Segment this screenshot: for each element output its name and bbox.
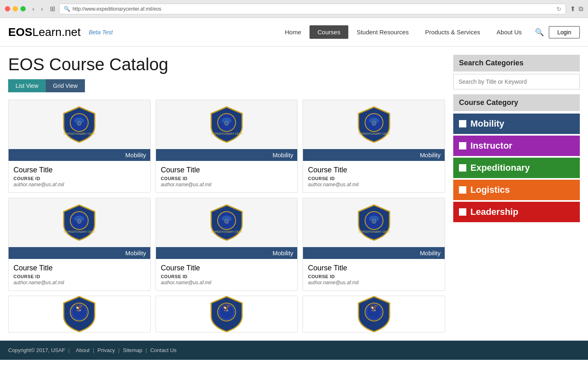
url-text: http://www.expeditionarycenter.af.mil/eo…	[73, 6, 161, 12]
list-view-button[interactable]: List View	[8, 79, 46, 92]
minimize-dot[interactable]	[13, 6, 18, 11]
card-id: COURSE ID	[161, 274, 293, 279]
new-tab-button[interactable]: ⧉	[579, 5, 583, 13]
course-card-partial[interactable]: 🦅	[156, 296, 298, 332]
course-card-partial[interactable]: 🦅	[8, 296, 151, 332]
course-card[interactable]: AF EXPEDITIONARY CENTER Mobility Course …	[8, 198, 151, 291]
site-nav: EOSLearn.net Beta Test Home Courses Stud…	[0, 18, 588, 47]
login-button[interactable]: Login	[549, 26, 580, 38]
card-author: author.name@us.af.mil	[13, 280, 145, 285]
card-image: AF EXPEDITIONARY CENTER	[9, 198, 150, 247]
svg-text:AF EXPEDITIONARY CENTER: AF EXPEDITIONARY CENTER	[63, 230, 96, 233]
category-mobility[interactable]: Mobility	[453, 114, 580, 134]
browser-dots	[5, 6, 26, 11]
card-image: AF EXPEDITIONARY CENTER	[156, 198, 298, 247]
forward-button[interactable]: ›	[38, 4, 45, 13]
expeditionary-label: Expeditionary	[470, 163, 530, 173]
browser-nav: ‹ ›	[30, 4, 46, 13]
sidebar-toggle-icon[interactable]: ⊞	[50, 5, 55, 13]
card-category: Mobility	[303, 149, 445, 161]
card-image: AF EXPEDITIONARY CENTER	[303, 100, 445, 149]
back-button[interactable]: ‹	[30, 4, 37, 13]
svg-point-18	[225, 219, 229, 223]
course-card[interactable]: AF EXPEDITIONARY CENTER Mobility Course …	[156, 100, 298, 193]
svg-point-6	[225, 121, 229, 125]
card-info: Course Title COURSE ID author.name@us.af…	[156, 161, 298, 192]
reload-icon[interactable]: ↻	[557, 6, 561, 12]
card-info: Course Title COURSE ID author.name@us.af…	[303, 161, 445, 192]
card-title: Course Title	[161, 264, 293, 272]
card-info: Course Title COURSE ID author.name@us.af…	[9, 161, 150, 192]
course-grid: AF EXPEDITIONARY CENTER Mobility Course …	[8, 100, 445, 291]
search-input[interactable]	[453, 74, 580, 89]
category-leadership[interactable]: Leadership	[453, 202, 580, 222]
instructor-checkbox[interactable]	[459, 142, 466, 149]
card-category: Mobility	[9, 149, 150, 161]
card-title: Course Title	[13, 264, 145, 272]
grid-view-button[interactable]: Grid View	[46, 79, 85, 92]
course-card[interactable]: AF EXPEDITIONARY CENTER Mobility Course …	[156, 198, 298, 291]
logo-bold: EOS	[8, 26, 32, 38]
course-card[interactable]: AF EXPEDITIONARY CENTER Mobility Course …	[303, 100, 445, 193]
logo-normal: Learn.net	[32, 26, 80, 38]
browser-chrome: ‹ › ⊞ 🔍 http://www.expeditionarycenter.a…	[0, 0, 588, 18]
footer-sitemap-link[interactable]: Sitemap	[123, 347, 143, 353]
card-author: author.name@us.af.mil	[161, 182, 293, 187]
logistics-checkbox[interactable]	[459, 186, 466, 194]
logistics-label: Logistics	[470, 185, 510, 195]
maximize-dot[interactable]	[20, 6, 26, 11]
search-categories-header: Search Categories	[453, 55, 580, 71]
card-author: author.name@us.af.mil	[308, 182, 440, 187]
card-author: author.name@us.af.mil	[308, 280, 440, 285]
card-author: author.name@us.af.mil	[161, 280, 293, 285]
card-id: COURSE ID	[13, 274, 145, 279]
footer-about-link[interactable]: About	[76, 347, 89, 353]
card-author: author.name@us.af.mil	[13, 182, 145, 187]
page-title: EOS Course Catalog	[8, 55, 445, 74]
card-title: Course Title	[13, 166, 145, 174]
browser-actions: ⬆ ⧉	[570, 5, 583, 13]
svg-text:AF EXPEDITIONARY CENTER: AF EXPEDITIONARY CENTER	[63, 132, 96, 135]
card-image: AF EXPEDITIONARY CENTER	[303, 198, 445, 247]
mobility-label: Mobility	[470, 118, 504, 129]
footer-contact-link[interactable]: Contact Us	[150, 347, 176, 353]
svg-point-22	[372, 219, 376, 223]
leadership-checkbox[interactable]	[459, 208, 466, 216]
svg-point-2	[77, 121, 81, 125]
category-expeditionary[interactable]: Expeditionary	[453, 158, 580, 178]
leadership-label: Leadership	[470, 207, 518, 217]
nav-home[interactable]: Home	[277, 25, 310, 39]
expeditionary-checkbox[interactable]	[459, 164, 466, 172]
main-content: EOS Course Catalog List View Grid View A…	[0, 47, 588, 332]
card-title: Course Title	[161, 166, 293, 174]
card-title: Course Title	[308, 264, 440, 272]
card-id: COURSE ID	[161, 176, 293, 181]
nav-student-resources[interactable]: Student Resources	[348, 25, 417, 39]
site-logo: EOSLearn.net	[8, 26, 80, 39]
category-instructor[interactable]: Instructor	[453, 136, 580, 156]
address-bar[interactable]: 🔍 http://www.expeditionarycenter.af.mil/…	[59, 4, 566, 14]
card-category: Mobility	[156, 149, 298, 161]
svg-text:🦅: 🦅	[222, 303, 232, 312]
close-dot[interactable]	[5, 6, 10, 11]
search-icon[interactable]: 🔍	[530, 25, 549, 40]
nav-products-services[interactable]: Products & Services	[417, 25, 488, 39]
nav-courses[interactable]: Courses	[310, 25, 349, 39]
svg-point-14	[77, 219, 81, 223]
view-toggle: List View Grid View	[8, 79, 445, 92]
beta-label: Beta Test	[89, 29, 113, 36]
card-id: COURSE ID	[308, 176, 440, 181]
card-id: COURSE ID	[13, 176, 145, 181]
category-logistics[interactable]: Logistics	[453, 180, 580, 200]
footer-privacy-link[interactable]: Privacy	[98, 347, 115, 353]
search-icon: 🔍	[64, 6, 70, 12]
sidebar: Search Categories Course Category Mobili…	[453, 55, 580, 332]
mobility-checkbox[interactable]	[459, 120, 466, 127]
course-card[interactable]: AF EXPEDITIONARY CENTER Mobility Course …	[303, 198, 445, 291]
svg-text:AF EXPEDITIONARY CENTER: AF EXPEDITIONARY CENTER	[358, 132, 390, 135]
share-button[interactable]: ⬆	[570, 5, 575, 13]
nav-about-us[interactable]: About Us	[488, 25, 530, 39]
card-title: Course Title	[308, 166, 440, 174]
course-card-partial[interactable]: 🦅	[303, 296, 445, 332]
course-card[interactable]: AF EXPEDITIONARY CENTER Mobility Course …	[8, 100, 151, 193]
